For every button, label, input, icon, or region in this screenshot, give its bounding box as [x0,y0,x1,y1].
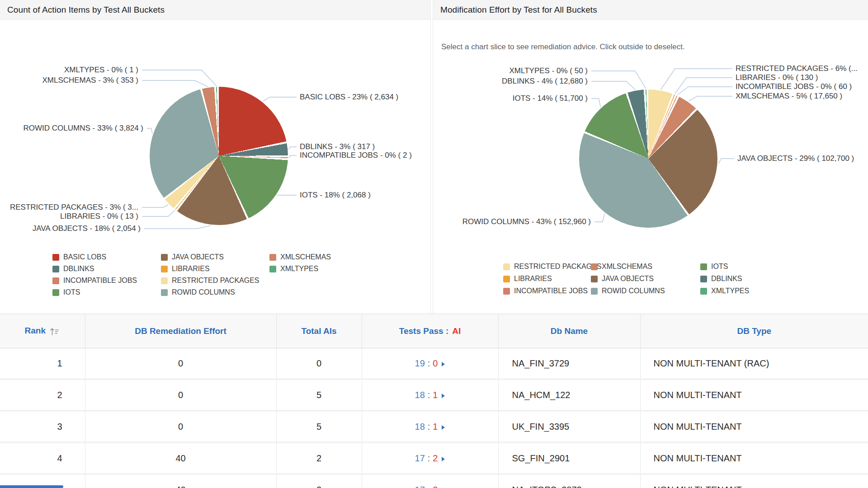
table-row: 10019:0NA_FIN_3729NON MULTI-TENANT (RAC) [0,348,868,380]
column-header-tests-pass[interactable]: Tests Pass :AI [362,314,498,348]
ranked-db-table: Rank DB Remediation Effort Total AIs Tes… [0,314,868,488]
legend-item[interactable]: XMLSCHEMAS [591,263,665,270]
rank-header-label: Rank [25,326,46,335]
count-chart-area: BASIC LOBS - 23% ( 2,634 )DBLINKS - 3% (… [0,20,430,314]
expand-triangle-icon[interactable] [442,457,445,461]
legend-swatch [52,277,59,284]
tests-fail-count: 1 [433,422,438,432]
legend-swatch [591,263,598,270]
db-type-cell: NON MULTI-TENANT [640,411,868,442]
legend-item[interactable]: XMLTYPES [700,287,749,295]
effort-chart-area: Select a chart slice to see remediation … [433,20,868,314]
leader-line [591,71,646,89]
remediation-effort-cell: 40 [85,442,276,474]
legend-item[interactable]: XMLSCHEMAS [269,253,331,261]
legend-swatch [700,276,707,282]
db-name-cell: NA_FIN_3729 [498,348,640,380]
tests-fail-count: 2 [433,485,438,488]
legend-item[interactable]: RESTRICTED PACKAGES [503,263,602,270]
slice-label: JAVA OBJECTS - 29% ( 102,700 ) [737,154,854,163]
legend-swatch [503,288,510,295]
legend-label: LIBRARIES [172,265,210,273]
legend-swatch [591,288,598,295]
legend-swatch [503,276,510,282]
sort-ascending-icon[interactable] [48,326,60,337]
total-ais-cell: 5 [276,411,362,442]
legend-label: XMLSCHEMAS [280,253,331,261]
legend-label: JAVA OBJECTS [602,275,654,283]
legend-label: ROWID COLUMNS [602,287,665,295]
tests-pass-count: 18 [415,390,425,400]
leader-line [147,128,152,134]
legend-item[interactable]: JAVA OBJECTS [161,253,259,261]
leader-line [263,97,297,101]
legend-column: BASIC LOBSDBLINKSINCOMPATIBLE JOBSIOTS [52,253,137,300]
tests-pass-count: 19 [415,358,425,368]
tests-pass-cell: 19:0 [362,348,498,380]
column-header-db-remediation-effort[interactable]: DB Remediation Effort [85,314,276,348]
legend-item[interactable]: ROWID COLUMNS [591,287,665,295]
leader-line [675,78,732,94]
leader-line [661,69,733,90]
legend-swatch [269,266,276,272]
legend-swatch [161,289,168,296]
db-name-cell: SG_FIN_2901 [498,442,640,474]
slice-label: XMLTYPES - 0% ( 1 ) [64,65,138,75]
slice-label: ROWID COLUMNS - 43% ( 152,960 ) [462,217,591,226]
legend-swatch [700,263,707,270]
legend-label: INCOMPATIBLE JOBS [514,287,588,295]
legend-item[interactable]: LIBRARIES [503,275,602,282]
legend-label: ROWID COLUMNS [172,288,235,296]
column-header-db-type[interactable]: DB Type [640,314,868,348]
leader-line [144,225,211,229]
slice-label: JAVA OBJECTS - 18% ( 2,054 ) [33,224,141,233]
table-header-row: Rank DB Remediation Effort Total AIs Tes… [0,314,868,348]
db-type-cell: NON MULTI-TENANT [640,379,868,411]
legend-item[interactable]: BASIC LOBS [52,253,137,261]
panel-title: Modification Effort by Test for All Buck… [440,5,597,15]
legend-item[interactable]: RESTRICTED PACKAGES [161,277,259,284]
column-header-rank[interactable]: Rank [0,314,85,348]
legend-item[interactable]: DBLINKS [52,265,137,272]
leader-line [142,211,175,216]
leader-line [288,147,297,149]
column-header-total-ais[interactable]: Total AIs [276,314,362,348]
expand-triangle-icon[interactable] [442,362,445,366]
legend-item[interactable]: XMLTYPES [269,265,331,272]
rank-cell: 4 [0,442,85,474]
legend-item[interactable]: LIBRARIES [161,265,259,272]
legend-label: XMLSCHEMAS [602,263,652,271]
db-type-cell: NON MULTI-TENANT [640,474,868,488]
slice-label: INCOMPATIBLE JOBS - 0% ( 60 ) [736,82,852,91]
legend-label: XMLTYPES [280,265,318,273]
slice-label: RESTRICTED PACKAGES - 6% (... [736,64,858,73]
db-name-cell: NA_HCM_122 [498,379,640,411]
effort-pie-chart[interactable] [579,89,717,228]
panel-title: Count of Action Items by Test All Bucket… [7,5,165,15]
leader-line [591,99,601,107]
legend-item[interactable]: INCOMPATIBLE JOBS [503,287,602,295]
tests-pass-header-label: Tests Pass : [399,326,448,336]
expand-triangle-icon[interactable] [442,425,445,430]
legend-item[interactable]: DBLINKS [700,275,749,282]
legend-item[interactable]: IOTS [700,263,749,270]
column-header-db-name[interactable]: Db Name [498,314,640,348]
legend-item[interactable]: JAVA OBJECTS [591,275,665,282]
slice-label: DBLINKS - 4% ( 12,680 ) [502,76,588,86]
legend-label: RESTRICTED PACKAGES [514,263,602,271]
legend-item[interactable]: IOTS [52,289,137,296]
slice-label: XMLTYPES - 0% ( 50 ) [509,66,588,75]
legend-column: XMLSCHEMASXMLTYPES [269,253,331,277]
expand-triangle-icon[interactable] [442,394,445,398]
leader-line [142,70,217,86]
db-name-cell: NA_ITOPS_3873 [498,474,640,488]
dashboard: Count of Action Items by Test All Bucket… [0,0,868,488]
legend-item[interactable]: ROWID COLUMNS [161,289,259,296]
bottom-scroll-indicator[interactable] [0,485,63,488]
ai-badge: AI [452,326,461,336]
count-pie-chart[interactable] [150,87,288,225]
tests-pass-count: 17 [415,453,425,463]
ratio-separator: : [428,453,430,463]
legend-item[interactable]: INCOMPATIBLE JOBS [52,277,137,284]
db-type-cell: NON MULTI-TENANT (RAC) [640,348,868,380]
